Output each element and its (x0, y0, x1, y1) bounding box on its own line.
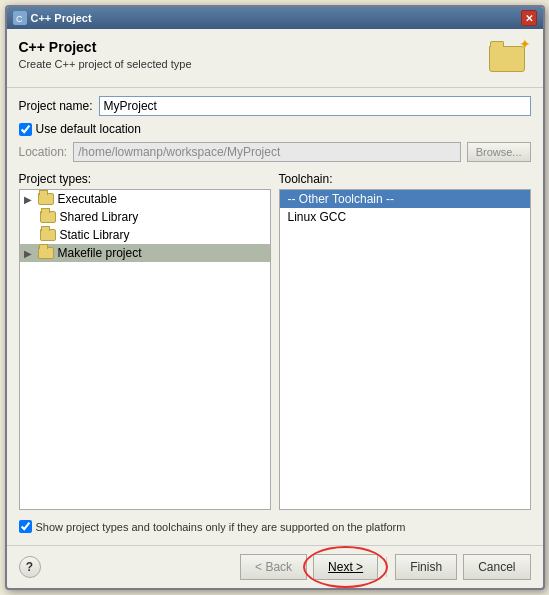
use-default-location-label: Use default location (36, 122, 141, 136)
title-bar: C C++ Project ✕ (7, 7, 543, 29)
project-types-label: Project types: (19, 172, 271, 186)
folder-icon (40, 229, 56, 241)
list-item[interactable]: ▶ Makefile project (20, 244, 270, 262)
project-types-list[interactable]: ▶ Executable Shared Library Static Libra… (19, 189, 271, 510)
project-name-label: Project name: (19, 99, 93, 113)
location-label: Location: (19, 145, 68, 159)
dialog-footer: ? < Back Next > Finish Cancel (7, 545, 543, 588)
star-icon: ✦ (519, 36, 531, 52)
use-default-location-checkbox[interactable] (19, 123, 32, 136)
next-button[interactable]: Next > (313, 554, 378, 580)
item-label: Shared Library (60, 210, 139, 224)
title-bar-text: C++ Project (31, 12, 92, 24)
list-item[interactable]: ▶ Executable (20, 190, 270, 208)
toolchain-label: Toolchain: (279, 172, 531, 186)
project-name-row: Project name: (19, 96, 531, 116)
dialog-icon: C (13, 11, 27, 25)
item-label: Makefile project (58, 246, 142, 260)
cancel-button[interactable]: Cancel (463, 554, 530, 580)
toolchain-item-label: Linux GCC (288, 210, 347, 224)
close-button[interactable]: ✕ (521, 10, 537, 26)
use-default-location-row: Use default location (19, 122, 531, 136)
list-item[interactable]: Static Library (20, 226, 270, 244)
expand-arrow-icon: ▶ (24, 194, 34, 205)
dialog-body: Project name: Use default location Locat… (7, 88, 543, 545)
location-input (73, 142, 460, 162)
platform-support-checkbox[interactable] (19, 520, 32, 533)
cpp-project-dialog: C C++ Project ✕ C++ Project Create C++ p… (5, 5, 545, 590)
folder-icon (38, 193, 54, 205)
help-button[interactable]: ? (19, 556, 41, 578)
svg-text:C: C (16, 14, 23, 23)
location-row: Location: Browse... (19, 142, 531, 162)
toolchain-item-label: -- Other Toolchain -- (288, 192, 394, 206)
next-button-wrapper: Next > (313, 554, 378, 580)
lists-section: Project types: ▶ Executable Shared Libra… (19, 172, 531, 510)
browse-button[interactable]: Browse... (467, 142, 531, 162)
folder-icon (38, 247, 54, 259)
project-name-input[interactable] (99, 96, 531, 116)
back-button[interactable]: < Back (240, 554, 307, 580)
header-icon: ✦ (483, 39, 531, 79)
list-item[interactable]: Linux GCC (280, 208, 530, 226)
project-types-column: Project types: ▶ Executable Shared Libra… (19, 172, 271, 510)
item-label: Static Library (60, 228, 130, 242)
platform-support-row: Show project types and toolchains only i… (19, 516, 531, 537)
folder-icon (40, 211, 56, 223)
toolchain-list[interactable]: -- Other Toolchain -- Linux GCC (279, 189, 531, 510)
dialog-header: C++ Project Create C++ project of select… (7, 29, 543, 88)
item-label: Executable (58, 192, 117, 206)
dialog-subtitle: Create C++ project of selected type (19, 58, 192, 70)
list-item[interactable]: Shared Library (20, 208, 270, 226)
finish-button[interactable]: Finish (395, 554, 457, 580)
dialog-title: C++ Project (19, 39, 192, 55)
expand-arrow-icon: ▶ (24, 248, 34, 259)
platform-support-label: Show project types and toolchains only i… (36, 521, 406, 533)
separator (386, 557, 387, 577)
list-item[interactable]: -- Other Toolchain -- (280, 190, 530, 208)
toolchain-column: Toolchain: -- Other Toolchain -- Linux G… (279, 172, 531, 510)
